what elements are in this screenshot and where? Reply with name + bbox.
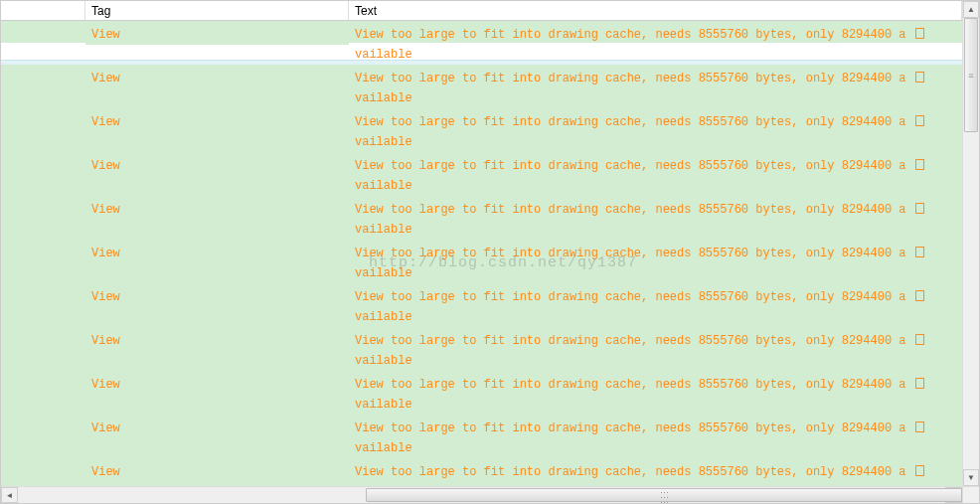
vertical-scroll-thumb[interactable]: [964, 18, 978, 132]
column-header-spacer[interactable]: [1, 1, 85, 20]
unknown-glyph-icon: [915, 378, 924, 389]
cell-text: View too large to fit into drawing cache…: [349, 327, 962, 371]
unknown-glyph-icon: [915, 421, 924, 432]
unknown-glyph-icon: [915, 115, 924, 126]
cell-tag: View: [85, 371, 349, 415]
horizontal-scroll-thumb[interactable]: [366, 488, 962, 502]
cell-spacer: [1, 21, 85, 25]
cell-spacer: [1, 283, 85, 327]
unknown-glyph-icon: [915, 465, 924, 476]
unknown-glyph-icon: [915, 159, 924, 170]
cell-tag: View: [85, 240, 349, 283]
table-row[interactable]: ViewView too large to fit into drawing c…: [1, 21, 962, 65]
cell-text: View too large to fit into drawing cache…: [349, 65, 962, 108]
unknown-glyph-icon: [915, 247, 924, 257]
cell-tag: View: [85, 21, 349, 45]
cell-text: View too large to fit into drawing cache…: [349, 283, 962, 327]
cell-spacer: [1, 152, 85, 196]
cell-text: View too large to fit into drawing cache…: [349, 108, 962, 152]
vertical-scrollbar[interactable]: ▲ ▼: [962, 1, 979, 486]
horizontal-scroll-track[interactable]: [18, 487, 945, 503]
vertical-scroll-track[interactable]: [963, 18, 979, 469]
cell-spacer: [1, 415, 85, 458]
unknown-glyph-icon: [915, 28, 924, 39]
column-header-text[interactable]: Text: [349, 1, 962, 20]
unknown-glyph-icon: [915, 72, 924, 83]
cell-text: View too large to fit into drawing cache…: [349, 458, 962, 486]
cell-spacer: [1, 196, 85, 240]
scrollbar-corner: [962, 487, 979, 503]
cell-spacer: [1, 65, 85, 108]
table-row[interactable]: ViewView too large to fit into drawing c…: [1, 240, 962, 283]
table-header-row: Tag Text: [1, 1, 962, 21]
table-row[interactable]: ViewView too large to fit into drawing c…: [1, 415, 962, 458]
table-row[interactable]: ViewView too large to fit into drawing c…: [1, 371, 962, 415]
cell-tag: View: [85, 108, 349, 152]
cell-spacer: [1, 327, 85, 371]
table-row[interactable]: ViewView too large to fit into drawing c…: [1, 65, 962, 108]
table-row[interactable]: ViewView too large to fit into drawing c…: [1, 283, 962, 327]
cell-tag: View: [85, 152, 349, 196]
table-row[interactable]: ViewView too large to fit into drawing c…: [1, 458, 962, 486]
cell-tag: View: [85, 327, 349, 371]
cell-spacer: [1, 458, 85, 486]
cell-text: View too large to fit into drawing cache…: [349, 240, 962, 283]
cell-text: View too large to fit into drawing cache…: [349, 152, 962, 196]
unknown-glyph-icon: [915, 334, 924, 345]
cell-spacer: [1, 108, 85, 152]
cell-text: View too large to fit into drawing cache…: [349, 371, 962, 415]
scroll-left-button[interactable]: ◄: [1, 487, 18, 503]
cell-tag: View: [85, 415, 349, 458]
cell-tag: View: [85, 196, 349, 240]
table-row[interactable]: ViewView too large to fit into drawing c…: [1, 196, 962, 240]
scroll-up-button[interactable]: ▲: [963, 1, 979, 18]
scroll-down-button[interactable]: ▼: [963, 469, 979, 486]
column-header-tag[interactable]: Tag: [85, 1, 349, 20]
table-row[interactable]: ViewView too large to fit into drawing c…: [1, 152, 962, 196]
horizontal-scrollbar[interactable]: ◄ ►: [1, 486, 979, 503]
cell-tag: View: [85, 283, 349, 327]
cell-spacer: [1, 240, 85, 283]
table-row[interactable]: ViewView too large to fit into drawing c…: [1, 108, 962, 152]
cell-text: View too large to fit into drawing cache…: [349, 196, 962, 240]
unknown-glyph-icon: [915, 203, 924, 214]
viewport: Tag Text ViewView too large to fit into …: [1, 1, 979, 486]
cell-spacer: [1, 371, 85, 415]
table-row[interactable]: ViewView too large to fit into drawing c…: [1, 327, 962, 371]
cell-text: View too large to fit into drawing cache…: [349, 21, 962, 65]
log-table-panel: Tag Text ViewView too large to fit into …: [0, 0, 980, 504]
unknown-glyph-icon: [915, 290, 924, 301]
table-body: ViewView too large to fit into drawing c…: [1, 21, 962, 486]
cell-text: View too large to fit into drawing cache…: [349, 415, 962, 458]
table-area: Tag Text ViewView too large to fit into …: [1, 1, 962, 486]
cell-tag: View: [85, 458, 349, 486]
cell-tag: View: [85, 65, 349, 108]
